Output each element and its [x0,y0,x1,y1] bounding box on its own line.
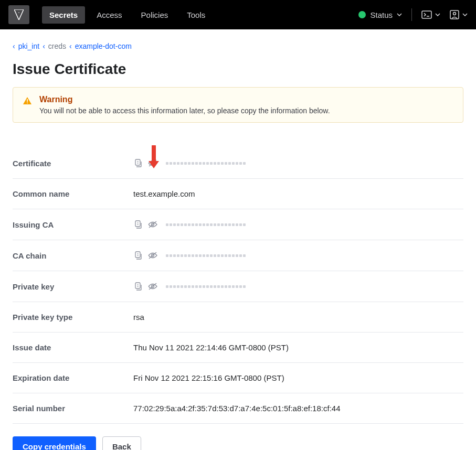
chevron-down-icon [435,13,440,16]
chevron-down-icon [397,13,402,16]
toggle-visibility-icon[interactable] [148,251,157,260]
svg-point-0 [18,12,19,13]
value-private-key-type: rsa [133,313,144,322]
copy-icon[interactable] [133,251,143,260]
label-common-name: Common name [13,189,133,198]
action-buttons: Copy credentials Back [13,436,463,450]
copy-icon[interactable] [133,282,143,291]
chevron-left-icon: ‹ [13,42,15,50]
row-serial-number: Serial number 77:02:29:5a:a4:2f:35:7d:53… [13,393,463,424]
row-common-name: Common name test.example.com [13,179,463,209]
info-rows: Certificate Common name test.example.com… [13,148,463,424]
row-expiration-date: Expiration date Fri Nov 12 2021 22:15:16… [13,363,463,393]
masked-value [166,223,246,226]
chevron-left-icon: ‹ [43,42,45,50]
back-button[interactable]: Back [102,436,141,450]
user-icon [450,10,459,19]
nav-tools[interactable]: Tools [179,6,213,24]
toggle-visibility-icon[interactable] [148,220,157,229]
svg-rect-4 [27,99,28,102]
svg-rect-15 [135,283,140,288]
page-title: Issue Certificate [13,61,463,78]
status-menu[interactable]: Status [358,10,402,19]
breadcrumb-pki-int[interactable]: pki_int [18,42,39,50]
row-private-key-type: Private key type rsa [13,302,463,333]
label-issuing-ca: Issuing CA [13,220,133,229]
value-issue-date: Thu Nov 11 2021 22:14:46 GMT-0800 (PST) [133,343,289,352]
row-issue-date: Issue date Thu Nov 11 2021 22:14:46 GMT-… [13,333,463,363]
svg-rect-6 [135,159,140,165]
breadcrumb: ‹ pki_int ‹ creds ‹ example-dot-com [13,42,463,50]
row-issuing-ca: Issuing CA [13,209,463,240]
console-menu[interactable] [421,10,440,19]
nav-divider [411,8,412,21]
nav-right: Status [358,8,468,21]
warning-icon [23,96,32,108]
masked-value [166,254,246,257]
breadcrumb-creds: creds [48,42,66,50]
row-ca-chain: CA chain [13,240,463,271]
main-content: ‹ pki_int ‹ creds ‹ example-dot-com Issu… [0,29,476,450]
label-issue-date: Issue date [13,343,133,352]
breadcrumb-example-dot-com[interactable]: example-dot-com [75,42,132,50]
row-certificate: Certificate [13,148,463,179]
label-certificate: Certificate [13,159,133,168]
alert-body: You will not be able to access this info… [39,106,330,115]
copy-credentials-button[interactable]: Copy credentials [13,436,96,450]
warning-alert: Warning You will not be able to access t… [13,87,463,123]
copy-icon[interactable] [133,220,143,229]
chevron-down-icon [462,13,468,16]
alert-title: Warning [39,95,330,104]
label-expiration-date: Expiration date [13,373,133,382]
user-menu[interactable] [450,10,468,19]
toggle-visibility-icon[interactable] [148,158,157,168]
nav-secrets[interactable]: Secrets [42,6,85,24]
value-expiration-date: Fri Nov 12 2021 22:15:16 GMT-0800 (PST) [133,373,284,382]
status-label: Status [370,10,393,19]
copy-icon[interactable] [133,158,143,168]
value-serial-number: 77:02:29:5a:a4:2f:35:7d:53:d7:a7:4e:5c:0… [133,404,341,413]
masked-value [166,162,246,165]
masked-value [166,285,246,288]
svg-rect-1 [422,11,431,18]
svg-rect-5 [27,103,28,104]
label-ca-chain: CA chain [13,251,133,260]
vault-logo-icon [14,9,24,20]
nav-items: Secrets Access Policies Tools [42,6,213,24]
svg-rect-12 [135,252,140,258]
nav-access[interactable]: Access [89,6,129,24]
nav-policies[interactable]: Policies [134,6,176,24]
terminal-icon [421,10,432,19]
top-nav: Secrets Access Policies Tools Status [0,0,476,29]
status-dot-icon [358,11,366,18]
label-serial-number: Serial number [13,404,133,413]
toggle-visibility-icon[interactable] [148,282,157,291]
app-logo[interactable] [8,5,29,24]
svg-rect-9 [135,221,140,227]
label-private-key-type: Private key type [13,313,133,322]
value-common-name: test.example.com [133,189,195,198]
label-private-key: Private key [13,282,133,291]
svg-point-3 [453,13,456,15]
chevron-left-icon: ‹ [69,42,72,50]
row-private-key: Private key [13,271,463,302]
